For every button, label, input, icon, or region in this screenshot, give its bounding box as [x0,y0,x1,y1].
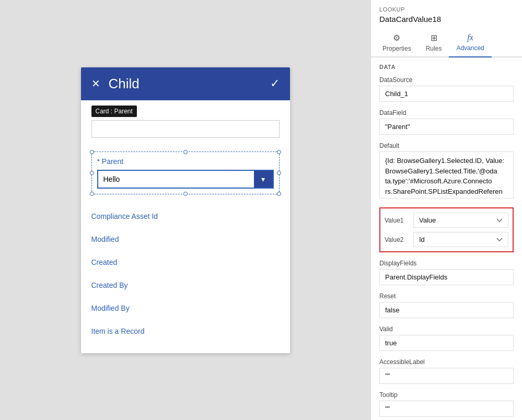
accessiblelabel-label: AccessibleLabel [379,358,514,366]
tab-properties[interactable]: ⚙ Properties [375,29,419,57]
card-body-title: Title Card : Parent [81,100,290,146]
displayfields-label: DisplayFields [379,260,514,267]
datafield-label: DataField [379,109,514,116]
handle-tl [90,150,94,154]
list-item: Item is a Record [91,320,280,343]
close-icon[interactable]: ✕ [91,77,100,90]
datasource-field: DataSource [371,74,522,107]
default-textarea[interactable]: {Id: BrowseGallery1.Selected.ID, Value: … [379,151,514,199]
card-header: ✕ Child ✓ [81,67,290,100]
valid-field: Valid [371,323,522,356]
datafield-input[interactable] [379,119,514,135]
list-item: Created [91,251,280,274]
handle-bl [90,192,94,196]
card-parent-tooltip: Card : Parent [91,106,137,117]
valid-input[interactable] [379,335,514,351]
card-fields-list: Compliance Asset Id Modified Created Cre… [81,200,290,353]
list-item: Created By [91,274,280,297]
displayfields-input[interactable] [379,269,514,285]
tab-rules[interactable]: ⊞ Rules [419,29,449,57]
datasource-input[interactable] [379,86,514,102]
rules-icon: ⊞ [431,33,437,43]
accessiblelabel-field: AccessibleLabel [371,356,522,389]
value-rows-section: Value1 Value Id Title Value2 Id Value Ti… [379,207,514,252]
parent-field-label: * Parent [97,157,274,166]
reset-label: Reset [379,293,514,300]
value2-label: Value2 [385,236,413,243]
fx-icon: fx [467,33,473,42]
list-item: Modified By [91,297,280,320]
handle-mr [277,171,281,175]
tab-rules-label: Rules [426,45,442,52]
handle-tm [183,150,188,154]
reset-input[interactable] [379,302,514,318]
section-data-label: DATA [371,57,522,74]
tab-advanced[interactable]: fx Advanced [449,29,491,57]
datafield-field: DataField [371,107,522,140]
displayfields-field: DisplayFields [371,258,522,290]
accessiblelabel-input[interactable] [379,368,514,384]
title-input[interactable] [91,120,280,138]
parent-input[interactable] [98,171,254,188]
list-item: Compliance Asset Id [91,205,280,228]
panel-lookup-label: LOOKUP [371,0,522,15]
parent-section: * Parent ▾ [91,151,280,194]
tooltip-input[interactable] [379,401,514,417]
card-container: ✕ Child ✓ Title Card : Parent [81,67,290,353]
value1-select[interactable]: Value Id Title [413,213,508,228]
default-field: Default {Id: BrowseGallery1.Selected.ID,… [371,140,522,205]
parent-dropdown-button[interactable]: ▾ [254,171,273,188]
tab-advanced-label: Advanced [456,44,484,52]
right-panel: LOOKUP DataCardValue18 ⚙ Properties ⊞ Ru… [370,0,522,420]
reset-field: Reset [371,290,522,323]
properties-icon: ⚙ [393,33,400,43]
value1-label: Value1 [385,217,413,224]
parent-input-wrapper: ▾ [97,170,274,189]
panel-tabs: ⚙ Properties ⊞ Rules fx Advanced [371,29,522,57]
handle-ml [90,171,94,175]
handle-tr [277,150,281,154]
handle-br [277,192,281,196]
valid-label: Valid [379,325,514,333]
panel-title: DataCardValue18 [371,15,522,29]
list-item: Modified [91,228,280,251]
tooltip-label: Tooltip [379,391,514,399]
value2-select[interactable]: Id Value Title [413,232,508,247]
value1-row: Value1 Value Id Title [385,213,508,228]
handle-bm [183,192,188,196]
card-title: Child [109,76,140,92]
default-label: Default [379,142,514,149]
value2-row: Value2 Id Value Title [385,232,508,247]
canvas-area: ✕ Child ✓ Title Card : Parent [0,0,370,420]
tooltip-field: Tooltip [371,389,522,420]
tab-properties-label: Properties [382,45,411,52]
datasource-label: DataSource [379,76,514,84]
check-icon[interactable]: ✓ [270,77,280,90]
